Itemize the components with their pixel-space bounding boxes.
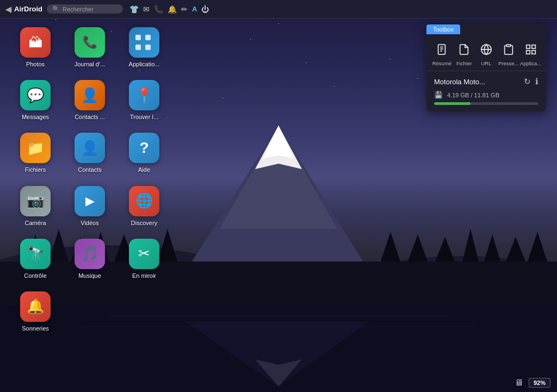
app-controle[interactable]: 🔭 Contrôle (11, 235, 60, 283)
device-name: Motorola Moto... (434, 78, 485, 86)
messages-icon: 💬 (20, 80, 51, 110)
fichiers-icon: 📁 (20, 133, 51, 163)
sonneries-icon: 🔔 (20, 291, 51, 322)
svg-rect-33 (526, 45, 529, 48)
toolbox-resume[interactable]: Résumé (431, 41, 453, 66)
videos-icon: ▶ (75, 186, 105, 216)
app-applications[interactable]: Applicatio... (120, 24, 169, 71)
topbar: ◀ AirDroid 🔍 👕 ✉ 📞 🔔 ✏ A ⏻ (0, 0, 557, 18)
app-contacts2-label: Contacts ... (75, 114, 105, 121)
app-fichiers-label: Fichiers (25, 166, 46, 173)
camera-icon: 📷 (20, 186, 51, 216)
pencil-icon[interactable]: ✏ (181, 5, 188, 14)
svg-rect-32 (506, 45, 510, 47)
applications-icon (129, 27, 159, 58)
app-miroir-label: En miroir (132, 272, 156, 279)
app-trouver-label: Trouver l... (130, 114, 158, 121)
shirt-icon[interactable]: 👕 (129, 5, 139, 14)
toolbox-tab[interactable]: Toolbox (426, 24, 460, 34)
app-sonneries[interactable]: 🔔 Sonneries (11, 288, 60, 335)
discovery-icon: 🌐 (129, 186, 159, 216)
brand-logo: ◀ AirDroid (5, 5, 42, 14)
url-icon (478, 41, 495, 58)
toolbox-panel: Toolbox Résumé Fichier (426, 24, 546, 111)
url-label: URL (481, 60, 491, 66)
device-actions: ↻ ℹ (524, 77, 539, 86)
storage-bar (434, 102, 539, 105)
miroir-icon: ✂ (129, 239, 159, 269)
svg-marker-17 (462, 229, 479, 262)
svg-marker-14 (381, 232, 400, 262)
fichier-label: Fichier (456, 60, 472, 66)
toolbox-url[interactable]: URL (475, 41, 498, 66)
app-camera-label: Caméra (24, 220, 46, 227)
app-journal[interactable]: 📞 Journal d'... (65, 24, 114, 71)
app-journal-label: Journal d'... (75, 61, 106, 68)
monitor-icon[interactable]: 🖥 (515, 378, 523, 388)
mail-icon[interactable]: ✉ (143, 5, 150, 14)
app-messages[interactable]: 💬 Messages (11, 77, 60, 124)
app-contacts2[interactable]: 👤 Contacts ... (65, 77, 114, 124)
app-aide[interactable]: ? Aide (120, 129, 169, 177)
app-musique-label: Musique (78, 272, 101, 279)
back-arrow-icon[interactable]: ◀ (5, 5, 11, 14)
app-discovery-label: Discovery (131, 220, 157, 227)
app-videos[interactable]: ▶ Vidéos (65, 183, 114, 230)
bottom-bar: 🖥 92% (515, 378, 550, 388)
app-photos-label: Photos (26, 61, 45, 68)
app-messages-label: Messages (22, 114, 49, 121)
appli-label: Applica... (520, 60, 541, 66)
app-controle-label: Contrôle (24, 272, 47, 279)
refresh-button[interactable]: ↻ (524, 77, 531, 86)
device-row: Motorola Moto... ↻ ℹ (434, 77, 539, 86)
bell-icon[interactable]: 🔔 (168, 5, 177, 14)
presse-label: Presse... (498, 60, 519, 66)
info-button[interactable]: ℹ (535, 77, 539, 86)
svg-rect-35 (526, 51, 529, 54)
appli-icon (522, 41, 540, 58)
toolbox-appli[interactable]: Applica... (519, 41, 542, 66)
svg-marker-15 (408, 234, 428, 262)
trouver-icon: 📍 (129, 80, 159, 110)
app-discovery[interactable]: 🌐 Discovery (120, 183, 169, 230)
app-grid: 🏔 Photos 📞 Journal d'... Applicatio... 💬… (11, 24, 169, 335)
svg-marker-5 (263, 126, 294, 158)
power-icon[interactable]: ⏻ (201, 5, 209, 14)
svg-marker-20 (528, 232, 547, 262)
text-a-icon[interactable]: A (192, 5, 197, 13)
svg-rect-34 (531, 45, 535, 48)
app-photos[interactable]: 🏔 Photos (11, 24, 60, 71)
search-input[interactable] (63, 6, 117, 13)
storage-icon: 💾 (434, 91, 443, 99)
battery-indicator: 92% (529, 378, 550, 388)
app-fichiers[interactable]: 📁 Fichiers (11, 129, 60, 177)
app-musique[interactable]: 🎵 Musique (65, 235, 114, 283)
app-contacts[interactable]: 👤 Contacts (65, 129, 114, 177)
app-miroir[interactable]: ✂ En miroir (120, 235, 169, 283)
app-camera[interactable]: 📷 Caméra (11, 183, 60, 230)
app-trouver[interactable]: 📍 Trouver l... (120, 77, 169, 124)
controle-icon: 🔭 (20, 239, 51, 269)
toolbox-presse[interactable]: Presse... (497, 41, 519, 66)
svg-marker-16 (435, 237, 455, 262)
app-contacts-label: Contacts (78, 166, 101, 173)
phone-icon[interactable]: 📞 (154, 5, 163, 14)
app-sonneries-label: Sonneries (22, 325, 49, 332)
journal-icon: 📞 (75, 27, 105, 58)
app-videos-label: Vidéos (81, 220, 98, 227)
resume-label: Résumé (432, 60, 451, 66)
svg-marker-19 (506, 237, 525, 262)
app-applications-label: Applicatio... (129, 61, 160, 68)
aide-icon: ? (129, 133, 159, 163)
svg-rect-36 (531, 51, 535, 54)
search-box[interactable]: 🔍 (47, 4, 123, 14)
toolbox-fichier[interactable]: Fichier (453, 41, 475, 66)
contacts2-icon: 👤 (75, 80, 105, 110)
app-aide-label: Aide (138, 166, 150, 173)
fichier-icon (455, 41, 473, 58)
storage-fill (434, 102, 471, 105)
contacts-icon: 👤 (75, 133, 105, 163)
presse-icon (500, 41, 517, 58)
search-icon: 🔍 (52, 5, 60, 13)
toolbox-icons-row: Résumé Fichier URL (426, 34, 546, 71)
